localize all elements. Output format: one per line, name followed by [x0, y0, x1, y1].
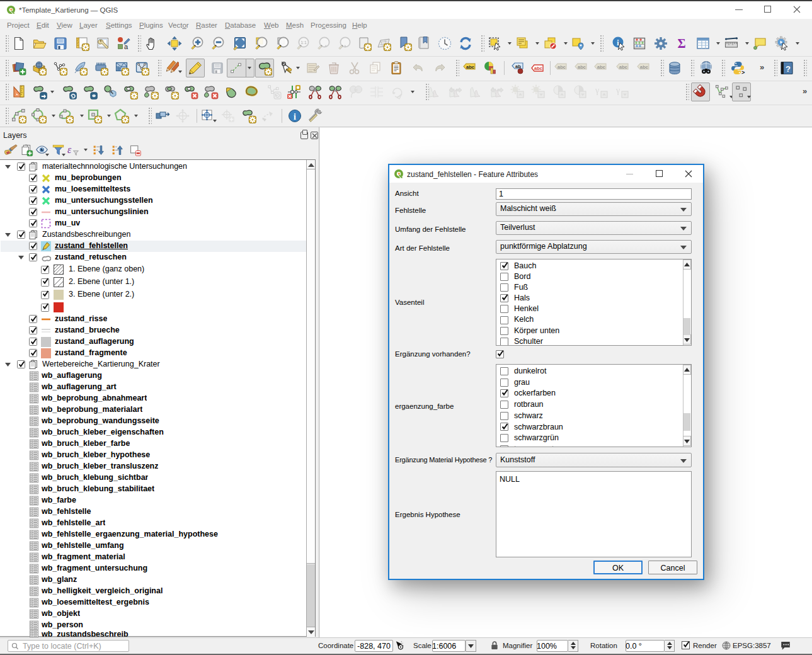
- svg-text:>: >: [741, 70, 745, 76]
- svg-text:abc: abc: [534, 66, 542, 71]
- svg-text:γ: γ: [595, 86, 599, 95]
- svg-text:abc: abc: [578, 64, 586, 70]
- svg-text:1:1: 1:1: [300, 40, 307, 45]
- svg-text:?: ?: [786, 64, 791, 74]
- svg-text:abc: abc: [558, 64, 566, 70]
- svg-text:abc: abc: [619, 64, 627, 70]
- svg-text:abc: abc: [466, 64, 474, 70]
- svg-text:abc: abc: [640, 64, 648, 70]
- svg-text:ε: ε: [67, 144, 72, 155]
- svg-text:abc: abc: [597, 64, 605, 70]
- svg-text:γ: γ: [615, 86, 620, 95]
- svg-text:Σ: Σ: [677, 37, 685, 50]
- svg-text:i: i: [294, 112, 296, 122]
